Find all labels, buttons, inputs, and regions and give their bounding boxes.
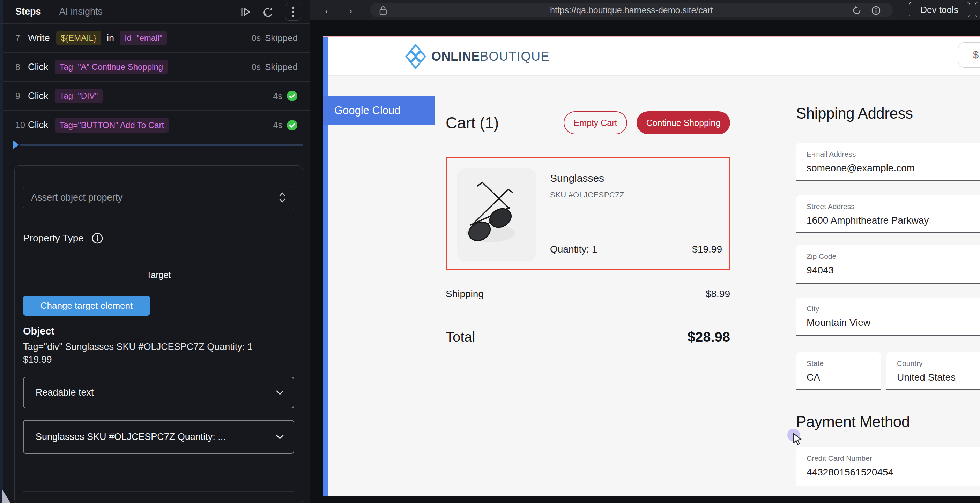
step-duration: 0s	[251, 62, 261, 72]
url-bar[interactable]: https://qa.boutique.harness-demo.site/ca…	[370, 3, 893, 17]
test-steps-panel: Steps AI insights 7Write${EMAIL}inId="em…	[0, 0, 310, 503]
selector-badge: Id="email"	[120, 31, 167, 45]
change-target-element-button[interactable]: Change target element	[23, 296, 150, 316]
logo-text: ONLINEBOUTIQUE	[431, 49, 550, 64]
step-duration: 4s	[273, 91, 282, 101]
city-field-label: City	[807, 305, 980, 313]
currency-symbol: $	[973, 49, 978, 61]
step-number: 10	[15, 120, 28, 130]
playhead-progress-line	[19, 144, 303, 146]
tab-steps[interactable]: Steps	[15, 6, 41, 17]
item-sku: SKU #OLJCESPC7Z	[550, 190, 624, 200]
playhead-marker	[0, 140, 310, 149]
product-image-sunglasses	[457, 168, 536, 261]
readable-text-dropdown[interactable]: Readable text	[23, 377, 294, 408]
cart-title: Cart (1)	[445, 113, 499, 132]
email-field[interactable]: E-mail Addresssomeone@example.com	[796, 143, 980, 181]
currency-selector[interactable]: $	[958, 42, 980, 68]
back-button[interactable]: ←	[323, 4, 334, 15]
assert-type-select[interactable]: Assert object property	[23, 186, 294, 209]
step-number: 9	[15, 91, 28, 101]
step-row-8[interactable]: 8ClickTag="A" Continue Shopping0sSkipped	[0, 53, 310, 82]
tab-ai-insights[interactable]: AI insights	[59, 6, 103, 17]
online-boutique-page: ONLINEBOUTIQUE $ Google Cloud Cart (1) E…	[323, 36, 980, 497]
checkout-form: Shipping Address E-mail Addresssomeone@e…	[796, 105, 980, 486]
zip-field[interactable]: Zip Code94043	[796, 245, 980, 284]
step-number: 7	[15, 33, 28, 43]
email-field-label: E-mail Address	[807, 150, 980, 159]
step-row-10[interactable]: 10ClickTag="BUTTON" Add To Cart4s	[0, 111, 310, 140]
city-field-value: Mountain View	[807, 317, 980, 328]
step-duration: 4s	[273, 120, 282, 130]
step-row-7[interactable]: 7Write${EMAIL}inId="email"0sSkipped	[0, 24, 310, 53]
street-field-value: 1600 Amphitheatre Parkway	[807, 215, 980, 226]
step-action: Write	[28, 33, 50, 44]
step-status-skipped: Skipped	[265, 62, 298, 73]
target-label: Target	[146, 270, 171, 280]
lock-icon	[379, 6, 388, 15]
item-quantity: Quantity: 1	[550, 244, 597, 255]
assert-step-editor: Assert object property Property Type Tar…	[14, 165, 303, 503]
app: Steps AI insights 7Write${EMAIL}inId="em…	[0, 0, 980, 503]
state-field-label: State	[807, 359, 881, 368]
resume-run-icon[interactable]	[240, 6, 251, 18]
clipped-toolbar-button[interactable]	[975, 2, 980, 17]
step-passed-check-icon	[286, 120, 298, 131]
city-field[interactable]: CityMountain View	[796, 298, 980, 336]
logo-text-bold: ONLINE	[431, 49, 480, 63]
url-text: https://qa.boutique.harness-demo.site/ca…	[370, 5, 893, 15]
street-field[interactable]: Street Address1600 Amphitheatre Parkway	[796, 195, 980, 233]
continue-shopping-button[interactable]: Continue Shopping	[636, 111, 730, 134]
zip-field-value: 94043	[807, 265, 980, 276]
item-name: Sunglasses	[550, 172, 604, 184]
cart-item-highlighted[interactable]: Sunglasses SKU #OLJCESPC7Z Quantity: 1 $…	[445, 157, 730, 270]
select-updown-icon	[278, 191, 286, 204]
variable-badge: ${EMAIL}	[56, 31, 101, 45]
forward-button[interactable]: →	[343, 4, 354, 15]
total-row: Total $28.98	[445, 329, 730, 345]
chevron-down-icon	[275, 390, 285, 396]
step-action: Click	[28, 62, 49, 73]
shipping-value: $8.99	[706, 289, 730, 300]
chevron-down-icon	[275, 434, 285, 440]
country-field-value: United States	[897, 372, 980, 383]
reload-icon[interactable]	[852, 6, 862, 15]
country-field-label: Country	[897, 359, 980, 368]
pointer-cursor	[792, 433, 804, 446]
expected-value-dropdown[interactable]: Sunglasses SKU #OLJCESPC7Z Quantity: ...	[23, 420, 294, 454]
country-field[interactable]: CountryUnited States	[886, 352, 980, 390]
step-connector-text: in	[107, 33, 114, 44]
step-passed-check-icon	[286, 90, 298, 102]
property-type-info-icon[interactable]	[91, 232, 103, 244]
cart-section: Cart (1) Empty Cart Continue Shopping	[445, 111, 730, 345]
readable-text-value: Readable text	[36, 387, 94, 398]
shipping-address-heading: Shipping Address	[796, 105, 980, 122]
google-cloud-badge: Google Cloud	[323, 95, 435, 125]
zip-field-label: Zip Code	[807, 252, 980, 260]
left-edge-strip	[0, 0, 3, 503]
object-description: Tag="div" Sunglasses SKU #OLJCESPC7Z Qua…	[23, 340, 281, 366]
expected-value-text: Sunglasses SKU #OLJCESPC7Z Quantity: ...	[36, 432, 226, 442]
state-field[interactable]: StateCA	[796, 352, 881, 390]
email-field-value: someone@example.com	[807, 163, 980, 174]
step-row-9[interactable]: 9ClickTag="DIV"4s	[0, 82, 310, 111]
online-boutique-logo[interactable]: ONLINEBOUTIQUE	[405, 43, 550, 70]
browser-pane: ← → https://qa.boutique.harness-demo.sit…	[310, 0, 980, 503]
empty-cart-button[interactable]: Empty Cart	[564, 111, 627, 134]
logo-diamond-icon	[405, 43, 426, 70]
item-price: $19.99	[692, 244, 722, 255]
site-header: ONLINEBOUTIQUE $	[328, 36, 980, 76]
total-label: Total	[445, 329, 475, 345]
selector-badge: Tag="DIV"	[55, 89, 103, 103]
street-field-label: Street Address	[807, 202, 980, 211]
card-field[interactable]: Credit Card Number4432801561520454	[796, 447, 980, 486]
browser-viewport: ONLINEBOUTIQUE $ Google Cloud Cart (1) E…	[310, 19, 980, 503]
steps-list: 7Write${EMAIL}inId="email"0sSkipped8Clic…	[0, 24, 310, 140]
step-duration: 0s	[251, 33, 261, 43]
logo-text-light: BOUTIQUE	[480, 49, 550, 63]
info-icon[interactable]	[871, 6, 881, 15]
more-options-menu-icon[interactable]	[285, 3, 301, 21]
state-field-value: CA	[807, 372, 881, 383]
rerun-icon[interactable]	[262, 6, 275, 18]
devtools-button[interactable]: Dev tools	[909, 2, 970, 17]
